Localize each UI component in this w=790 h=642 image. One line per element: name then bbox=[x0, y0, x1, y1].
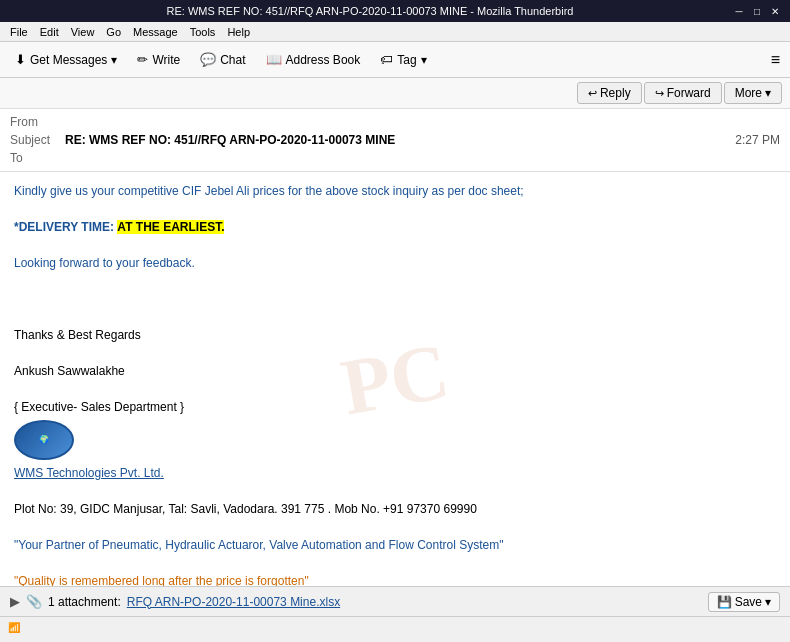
menu-bar: File Edit View Go Message Tools Help bbox=[0, 22, 790, 42]
body-line3: Looking forward to your feedback. bbox=[14, 254, 776, 272]
more-button[interactable]: More ▾ bbox=[724, 82, 782, 104]
action-bar: ↩ Reply ↪ Forward More ▾ bbox=[0, 78, 790, 109]
tag-button[interactable]: 🏷 Tag ▾ bbox=[371, 47, 435, 72]
menu-message[interactable]: Message bbox=[127, 25, 184, 39]
chat-label: Chat bbox=[220, 53, 245, 67]
forward-label: Forward bbox=[667, 86, 711, 100]
body-line1: Kindly give us your competitive CIF Jebe… bbox=[14, 182, 776, 200]
menu-file[interactable]: File bbox=[4, 25, 34, 39]
to-label: To bbox=[10, 151, 65, 165]
write-label: Write bbox=[152, 53, 180, 67]
expand-icon[interactable]: ▶ bbox=[10, 594, 20, 609]
tag-dropdown-icon[interactable]: ▾ bbox=[421, 53, 427, 67]
get-messages-dropdown-icon[interactable]: ▾ bbox=[111, 53, 117, 67]
sender-name: Ankush Sawwalakhe bbox=[14, 362, 776, 380]
forward-button[interactable]: ↪ Forward bbox=[644, 82, 722, 104]
save-icon: 💾 bbox=[717, 595, 732, 609]
save-dropdown-icon[interactable]: ▾ bbox=[765, 595, 771, 609]
chat-button[interactable]: 💬 Chat bbox=[191, 47, 254, 72]
close-button[interactable]: ✕ bbox=[768, 4, 782, 18]
tag-icon: 🏷 bbox=[380, 52, 393, 67]
window-title: RE: WMS REF NO: 451//RFQ ARN-PO-2020-11-… bbox=[8, 5, 732, 17]
address-book-icon: 📖 bbox=[266, 52, 282, 67]
forward-icon: ↪ bbox=[655, 87, 664, 100]
more-dropdown-icon: ▾ bbox=[765, 86, 771, 100]
write-icon: ✏ bbox=[137, 52, 148, 67]
delivery-line: *DELIVERY TIME: AT THE EARLIEST. bbox=[14, 218, 776, 236]
menu-edit[interactable]: Edit bbox=[34, 25, 65, 39]
attachment-icon: 📎 bbox=[26, 594, 42, 609]
address-book-button[interactable]: 📖 Address Book bbox=[257, 47, 370, 72]
reply-icon: ↩ bbox=[588, 87, 597, 100]
save-label: Save bbox=[735, 595, 762, 609]
attachment-filename[interactable]: RFQ ARN-PO-2020-11-00073 Mine.xlsx bbox=[127, 595, 340, 609]
minimize-button[interactable]: ─ bbox=[732, 4, 746, 18]
wifi-icon: 📶 bbox=[8, 622, 20, 633]
regards-line: Thanks & Best Regards bbox=[14, 326, 776, 344]
chat-icon: 💬 bbox=[200, 52, 216, 67]
menu-tools[interactable]: Tools bbox=[184, 25, 222, 39]
tag-label: Tag bbox=[397, 53, 416, 67]
quote1: "Your Partner of Pneumatic, Hydraulic Ac… bbox=[14, 538, 503, 552]
hamburger-menu[interactable]: ≡ bbox=[767, 47, 784, 73]
write-button[interactable]: ✏ Write bbox=[128, 47, 189, 72]
maximize-button[interactable]: □ bbox=[750, 4, 764, 18]
menu-help[interactable]: Help bbox=[221, 25, 256, 39]
company-address: Plot No: 39, GIDC Manjusar, Tal: Savli, … bbox=[14, 500, 776, 518]
address-book-label: Address Book bbox=[286, 53, 361, 67]
email-content: Kindly give us your competitive CIF Jebe… bbox=[14, 182, 776, 586]
email-subject: RE: WMS REF NO: 451//RFQ ARN-PO-2020-11-… bbox=[65, 133, 735, 147]
title-bar: RE: WMS REF NO: 451//RFQ ARN-PO-2020-11-… bbox=[0, 0, 790, 22]
save-button[interactable]: 💾 Save ▾ bbox=[708, 592, 780, 612]
email-body: PC Kindly give us your competitive CIF J… bbox=[0, 172, 790, 586]
reply-button[interactable]: ↩ Reply bbox=[577, 82, 642, 104]
menu-view[interactable]: View bbox=[65, 25, 101, 39]
delivery-label: *DELIVERY TIME: bbox=[14, 220, 114, 234]
status-bar: 📶 bbox=[0, 616, 790, 638]
company-logo: 🌍 bbox=[14, 420, 74, 460]
email-header: From Subject RE: WMS REF NO: 451//RFQ AR… bbox=[0, 109, 790, 172]
delivery-value: AT THE EARLIEST. bbox=[117, 220, 224, 234]
email-time: 2:27 PM bbox=[735, 133, 780, 147]
toolbar: ⬇ Get Messages ▾ ✏ Write 💬 Chat 📖 Addres… bbox=[0, 42, 790, 78]
logo-inner: 🌍 bbox=[39, 434, 49, 446]
attachment-bar: ▶ 📎 1 attachment: RFQ ARN-PO-2020-11-000… bbox=[0, 586, 790, 616]
get-messages-icon: ⬇ bbox=[15, 52, 26, 67]
sender-title: { Executive- Sales Department } bbox=[14, 398, 776, 416]
more-label: More bbox=[735, 86, 762, 100]
company-name[interactable]: WMS Technologies Pvt. Ltd. bbox=[14, 466, 164, 480]
get-messages-label: Get Messages bbox=[30, 53, 107, 67]
get-messages-button[interactable]: ⬇ Get Messages ▾ bbox=[6, 47, 126, 72]
menu-go[interactable]: Go bbox=[100, 25, 127, 39]
reply-label: Reply bbox=[600, 86, 631, 100]
attachment-count: 1 attachment: bbox=[48, 595, 121, 609]
subject-label: Subject bbox=[10, 133, 65, 147]
from-label: From bbox=[10, 115, 65, 129]
quote2: "Quality is remembered long after the pr… bbox=[14, 574, 309, 586]
